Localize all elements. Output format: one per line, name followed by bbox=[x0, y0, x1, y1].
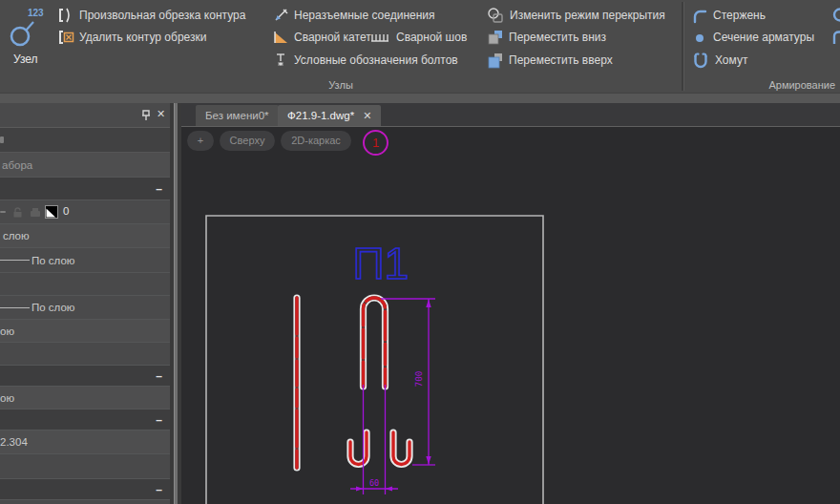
tab-active-document[interactable]: Ф21.9-1.dwg* ✕ bbox=[278, 105, 381, 126]
viewport-controls-expand-button[interactable]: + bbox=[187, 131, 214, 151]
trim-contour-icon bbox=[57, 8, 74, 23]
rebar-section-icon bbox=[691, 30, 708, 46]
clipped-arc-icon bbox=[832, 8, 840, 22]
no-selection-value: абора bbox=[0, 159, 32, 171]
delete-trim-icon bbox=[57, 30, 74, 45]
node-button-label: Узел bbox=[2, 52, 55, 66]
lineweight-value: По слою bbox=[32, 302, 74, 313]
property-row-blank[interactable] bbox=[0, 343, 170, 366]
bolt-symbols-icon bbox=[272, 52, 289, 68]
panel-splitter-handle[interactable] bbox=[174, 103, 178, 504]
piece-label: П1 bbox=[353, 239, 410, 288]
property-row-lineweight[interactable]: По слою bbox=[0, 296, 170, 320]
rebar-section-label: Сечение арматуры bbox=[713, 31, 814, 44]
dimension-text-horizontal: 60 bbox=[369, 478, 379, 488]
move-down-icon bbox=[487, 30, 504, 46]
linetype-preview bbox=[0, 260, 30, 261]
weld-leg-icon bbox=[272, 30, 289, 45]
weld-leg-label: Сварной катет bbox=[294, 31, 371, 44]
weld-seam-button[interactable]: Сварной шов bbox=[370, 29, 467, 46]
bar-button[interactable]: Стержень bbox=[691, 7, 766, 24]
property-row-color[interactable]: слою bbox=[0, 224, 170, 248]
property-row-linetype[interactable]: По слою bbox=[0, 248, 170, 273]
property-row-material[interactable]: ою bbox=[0, 387, 170, 410]
tab-close-icon[interactable]: ✕ bbox=[363, 105, 371, 126]
property-row-layer[interactable]: 0 bbox=[0, 200, 170, 224]
section-header-view[interactable]: – bbox=[0, 410, 170, 430]
ribbon-bottom-strip bbox=[0, 93, 840, 103]
bolt-symbols-label: Условные обозначения болтов bbox=[294, 53, 458, 67]
properties-panel-header: ✕ bbox=[0, 103, 170, 128]
drawing-view: П1 700 60 bbox=[181, 126, 840, 504]
move-down-label: Переместить вниз bbox=[509, 31, 606, 44]
panel-close-icon[interactable]: ✕ bbox=[157, 108, 165, 120]
overlap-mode-button[interactable]: Изменить режим перекрытия bbox=[487, 7, 665, 24]
overlap-mode-icon bbox=[487, 8, 505, 24]
weld-seam-icon bbox=[370, 31, 391, 44]
lock-icon bbox=[11, 206, 24, 219]
linetype-value: По слою bbox=[32, 255, 74, 266]
clipped-text-fragment bbox=[0, 136, 4, 143]
ribbon-group-separator bbox=[682, 2, 684, 91]
property-row-transparency[interactable]: ою bbox=[0, 320, 170, 343]
bar-icon bbox=[691, 8, 708, 24]
section-header-3d[interactable]: – bbox=[0, 366, 170, 387]
node-button[interactable]: 123 Узел bbox=[2, 2, 55, 78]
delete-trim-label: Удалить контур обрезки bbox=[79, 31, 206, 44]
rebar-core-dark bbox=[297, 298, 386, 468]
collapse-icon[interactable]: – bbox=[156, 483, 162, 496]
collapse-icon[interactable]: – bbox=[156, 413, 162, 427]
rebar-section-button[interactable]: Сечение арматуры bbox=[691, 29, 814, 46]
layer-value: 0 bbox=[63, 205, 69, 217]
section-header-misc[interactable]: – bbox=[0, 479, 170, 500]
stirrup-label: Хомут bbox=[715, 53, 747, 67]
overlap-mode-label: Изменить режим перекрытия bbox=[510, 9, 665, 22]
property-row-no-selection[interactable]: абора bbox=[0, 153, 170, 178]
section-header-general[interactable]: – bbox=[0, 178, 170, 200]
weld-leg-button[interactable]: Сварной катет bbox=[272, 29, 371, 46]
material-value: ою bbox=[0, 392, 14, 404]
property-row-blank[interactable] bbox=[0, 454, 170, 479]
permanent-joints-icon bbox=[272, 8, 289, 23]
trim-contour-button[interactable]: Произвольная обрезка контура bbox=[57, 7, 245, 24]
properties-panel: ✕ абора – 0 слою По слою По слою bbox=[0, 103, 170, 504]
delete-trim-button[interactable]: Удалить контур обрезки bbox=[57, 29, 206, 46]
color-swatch[interactable] bbox=[45, 205, 58, 219]
transparency-value: ою bbox=[0, 326, 14, 337]
collapse-icon[interactable]: – bbox=[156, 182, 162, 196]
callout-marker-1: 1 bbox=[363, 130, 388, 156]
tab-unnamed-label: Без имени0* bbox=[205, 110, 269, 121]
node-number-badge: 123 bbox=[28, 8, 44, 18]
property-row-number[interactable]: 2.304 bbox=[0, 430, 170, 454]
weld-seam-label: Сварной шов bbox=[396, 31, 467, 44]
permanent-joints-button[interactable]: Неразъемные соединения bbox=[272, 7, 435, 24]
stirrup-icon bbox=[691, 52, 710, 69]
move-down-button[interactable]: Переместить вниз bbox=[487, 29, 606, 46]
ribbon: 123 Узел Произвольная обрезка контура Уд… bbox=[0, 0, 840, 93]
tab-active-label: Ф21.9-1.dwg* bbox=[287, 105, 354, 126]
clipped-icon-fragment bbox=[0, 211, 6, 213]
dimension-text-vertical: 700 bbox=[413, 370, 424, 387]
move-up-label: Переместить вверх bbox=[509, 53, 613, 67]
property-row-selection[interactable] bbox=[0, 128, 170, 153]
stirrup-button[interactable]: Хомут bbox=[691, 52, 747, 69]
property-row-clipped bbox=[0, 500, 170, 504]
tab-unnamed-document[interactable]: Без имени0* bbox=[196, 105, 279, 126]
viewport-visual-style-button[interactable]: 2D-каркас bbox=[281, 131, 351, 151]
number-value: 2.304 bbox=[0, 436, 28, 448]
trim-contour-label: Произвольная обрезка контура bbox=[79, 9, 245, 22]
bar-label: Стержень bbox=[713, 9, 766, 22]
move-up-button[interactable]: Переместить вверх bbox=[487, 52, 613, 69]
permanent-joints-label: Неразъемные соединения bbox=[294, 9, 435, 22]
color-value: слою bbox=[0, 230, 30, 242]
pin-icon[interactable] bbox=[139, 109, 153, 122]
plot-icon bbox=[29, 206, 42, 219]
clipped-corner-icon bbox=[832, 31, 840, 45]
property-row-blank[interactable] bbox=[0, 273, 170, 296]
bolt-symbols-button[interactable]: Условные обозначения болтов bbox=[272, 52, 458, 69]
viewport-view-button[interactable]: Сверху bbox=[220, 131, 275, 151]
lineweight-preview bbox=[0, 307, 30, 308]
move-up-icon bbox=[487, 52, 504, 69]
collapse-icon[interactable]: – bbox=[156, 369, 162, 383]
document-tabbar: Без имени0* Ф21.9-1.dwg* ✕ bbox=[181, 103, 840, 127]
